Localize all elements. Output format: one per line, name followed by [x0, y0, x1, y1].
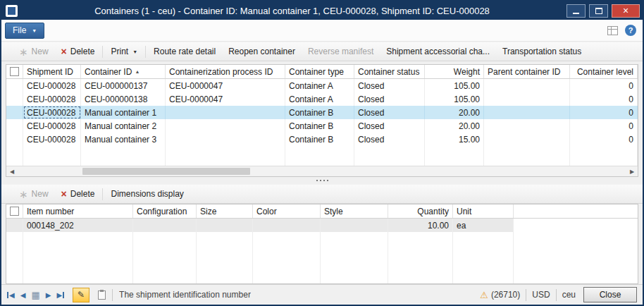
table-cell[interactable]: Manual container 2 — [81, 119, 166, 133]
notifications-icon[interactable]: ⚠ — [480, 290, 488, 300]
row-selector[interactable] — [6, 219, 23, 232]
column-header-container-type[interactable]: Container type — [285, 65, 354, 78]
table-cell[interactable]: 20.00 — [425, 119, 484, 133]
table-cell[interactable]: CEU-000028 — [23, 119, 81, 133]
table-cell[interactable]: CEU-000028 — [23, 79, 81, 92]
table-cell[interactable]: 105.00 — [425, 79, 484, 92]
column-header-containerization-process-id[interactable]: Containerization process ID — [166, 65, 285, 78]
table-cell[interactable] — [484, 106, 570, 119]
table-cell[interactable]: CEU-000028 — [23, 92, 81, 106]
table-cell[interactable] — [133, 219, 197, 232]
scrollbar-thumb[interactable] — [82, 168, 250, 175]
close-button[interactable]: Close — [583, 287, 637, 302]
horizontal-scrollbar[interactable]: ◀ ▶ — [6, 166, 638, 176]
column-header-color[interactable]: Color — [253, 204, 321, 218]
row-selector[interactable] — [6, 119, 23, 133]
column-header-style[interactable]: Style — [321, 204, 388, 218]
column-header-unit[interactable]: Unit — [453, 204, 514, 218]
table-cell[interactable]: Manual container 3 — [81, 133, 166, 146]
table-cell[interactable]: 0 — [570, 119, 638, 133]
table-cell[interactable]: Container A — [285, 92, 354, 106]
table-cell[interactable]: Container B — [285, 133, 354, 146]
delete-button[interactable]: × Delete — [55, 186, 101, 202]
table-row[interactable]: CEU-000028 CEU-000000137 CEU-0000047 Con… — [6, 79, 638, 92]
clipboard-icon[interactable] — [98, 290, 106, 300]
select-all-header[interactable] — [6, 204, 23, 218]
row-selector[interactable] — [6, 92, 23, 106]
table-cell[interactable] — [484, 119, 570, 133]
previous-record-button[interactable]: ◀ — [20, 291, 26, 299]
layout-icon[interactable] — [607, 26, 618, 35]
column-header-configuration[interactable]: Configuration — [133, 204, 197, 218]
scroll-right-icon[interactable]: ▶ — [626, 166, 638, 176]
dimensions-display-button[interactable]: Dimensions display — [104, 186, 190, 202]
table-cell[interactable]: 20.00 — [425, 106, 484, 119]
maximize-button[interactable] — [589, 4, 608, 18]
table-cell[interactable]: CEU-0000047 — [166, 92, 285, 106]
first-record-button[interactable]: ◀ — [7, 291, 15, 299]
table-cell[interactable]: Closed — [354, 106, 425, 119]
scroll-left-icon[interactable]: ◀ — [6, 166, 18, 176]
table-cell[interactable] — [166, 133, 285, 146]
grid-view-icon[interactable]: ▦ — [31, 290, 39, 300]
column-header-container-id[interactable]: Container ID▲ — [81, 65, 166, 78]
column-header-weight[interactable]: Weight — [425, 65, 484, 78]
delete-button[interactable]: × Delete — [55, 44, 101, 59]
last-record-button[interactable]: ▶ — [56, 291, 64, 299]
table-cell[interactable]: 105.00 — [425, 92, 484, 106]
table-cell[interactable] — [484, 92, 570, 106]
table-cell[interactable]: 0 — [570, 92, 638, 106]
table-cell[interactable] — [253, 219, 321, 232]
table-row[interactable]: CEU-000028 Manual container 3 Container … — [6, 133, 638, 146]
table-row-selected[interactable]: 000148_202 10.00 ea — [6, 219, 638, 232]
minimize-button[interactable] — [566, 4, 586, 18]
table-cell[interactable]: 000148_202 — [23, 219, 133, 232]
table-cell[interactable]: Container A — [285, 79, 354, 92]
table-cell[interactable]: 10.00 — [388, 219, 453, 232]
table-cell[interactable]: Container B — [285, 106, 354, 119]
table-cell[interactable]: Closed — [354, 119, 425, 133]
reverse-manifest-button[interactable]: Reverse manifest — [302, 44, 380, 59]
table-cell[interactable]: Closed — [354, 133, 425, 146]
reopen-container-button[interactable]: Reopen container — [222, 44, 302, 59]
currency-indicator[interactable]: USD — [532, 290, 550, 300]
table-cell[interactable]: Closed — [354, 79, 425, 92]
row-selector[interactable] — [6, 133, 23, 146]
column-header-item-number[interactable]: Item number — [23, 204, 133, 218]
close-window-button[interactable]: × — [612, 4, 640, 18]
table-cell[interactable] — [321, 219, 388, 232]
print-button[interactable]: Print ▼ — [104, 44, 144, 59]
table-cell[interactable]: 0 — [570, 133, 638, 146]
next-record-button[interactable]: ▶ — [46, 291, 51, 299]
table-cell[interactable]: Manual container 1 — [81, 106, 166, 119]
column-header-shipment-id[interactable]: Shipment ID — [23, 65, 81, 78]
table-cell[interactable]: CEU-000028 — [23, 133, 81, 146]
column-header-parent-container-id[interactable]: Parent container ID — [484, 65, 570, 78]
column-header-quantity[interactable]: Quantity — [388, 204, 453, 218]
edit-record-button[interactable]: ✎ — [73, 288, 89, 302]
column-header-size[interactable]: Size — [197, 204, 253, 218]
transportation-status-button[interactable]: Transportation status — [496, 44, 588, 59]
table-cell[interactable]: 0 — [570, 106, 638, 119]
table-cell[interactable]: Closed — [354, 92, 425, 106]
table-row[interactable]: CEU-000028 Manual container 2 Container … — [6, 119, 638, 133]
table-cell[interactable] — [197, 219, 253, 232]
table-cell[interactable]: CEU-0000047 — [166, 79, 285, 92]
file-menu-button[interactable]: File ▼ — [5, 23, 44, 39]
row-selector[interactable] — [6, 79, 23, 92]
select-all-header[interactable] — [6, 65, 23, 78]
table-cell[interactable] — [166, 106, 285, 119]
table-cell[interactable] — [484, 79, 570, 92]
table-cell[interactable] — [166, 119, 285, 133]
help-icon[interactable]: ? — [625, 25, 636, 36]
table-cell[interactable]: Container B — [285, 119, 354, 133]
table-row[interactable]: CEU-000028 CEU-000000138 CEU-0000047 Con… — [6, 92, 638, 106]
select-all-checkbox[interactable] — [10, 67, 19, 76]
table-cell[interactable]: CEU-000000138 — [81, 92, 166, 106]
table-cell[interactable]: 0 — [570, 79, 638, 92]
column-header-container-level[interactable]: Container level — [570, 65, 638, 78]
new-button[interactable]: ∗ New — [13, 186, 55, 202]
table-cell[interactable]: ea — [453, 219, 514, 232]
table-cell[interactable]: 15.00 — [425, 133, 484, 146]
select-all-checkbox[interactable] — [10, 207, 19, 216]
